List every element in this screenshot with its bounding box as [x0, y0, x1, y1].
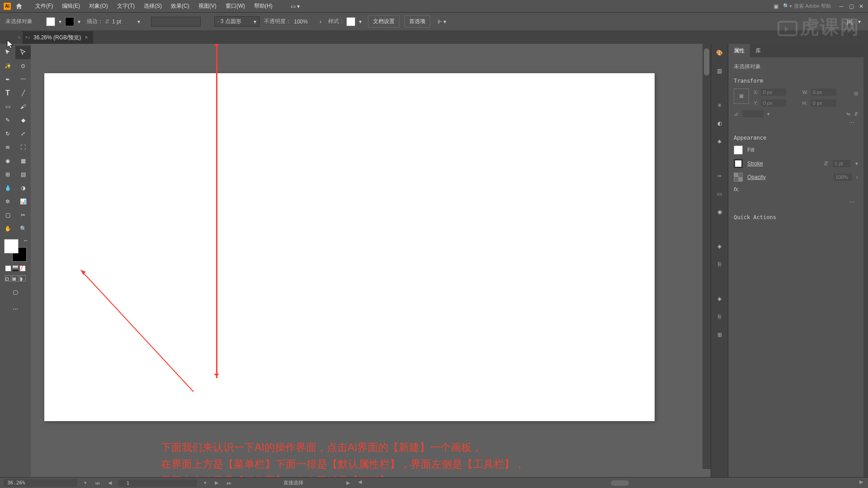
symbol-sprayer-tool[interactable]: ✲: [0, 195, 15, 208]
style-dropdown-icon[interactable]: ▾: [357, 19, 363, 25]
menu-view[interactable]: 视图(V): [194, 0, 221, 12]
appearance-panel-icon[interactable]: ◈: [714, 241, 725, 252]
rotate-tool[interactable]: ↻: [0, 127, 15, 141]
draw-normal-icon[interactable]: ◘: [5, 275, 11, 282]
brush-definition-select[interactable]: · 3 点圆形 ▾: [214, 16, 259, 27]
tab-prev-icon[interactable]: «: [18, 35, 21, 40]
fill-color-swatch[interactable]: [734, 145, 743, 155]
gradient-panel-icon[interactable]: ◐: [714, 118, 725, 129]
color-mode-btn[interactable]: [5, 265, 11, 272]
artboard-tool[interactable]: ▢: [0, 208, 15, 222]
shaper-tool[interactable]: ✎: [0, 113, 15, 127]
layers-panel-icon[interactable]: ◈: [714, 293, 725, 304]
hscroll-left-icon[interactable]: ◀: [357, 479, 363, 485]
color-panel-icon[interactable]: 🎨: [714, 47, 725, 58]
opacity-swatch[interactable]: [734, 173, 743, 182]
opacity-flyout-icon[interactable]: ›: [856, 174, 858, 180]
tab-close-icon[interactable]: ×: [85, 34, 88, 41]
stroke-color-swatch[interactable]: [734, 159, 743, 168]
help-search[interactable]: 🔍▾ 搜索 Adobe 帮助: [783, 3, 831, 9]
fill-stroke-swatches[interactable]: ⤺: [4, 239, 27, 262]
gradient-tool[interactable]: ▤: [15, 168, 31, 181]
prev-artboard-icon[interactable]: ◀: [107, 480, 113, 486]
vertical-scrollbar[interactable]: [703, 44, 711, 469]
w-input[interactable]: [811, 89, 836, 96]
artboards-panel-icon[interactable]: ⎘: [714, 311, 725, 322]
stroke-stepper-icon[interactable]: ⇵: [105, 19, 109, 25]
transform-more-icon[interactable]: ⋯: [734, 117, 858, 127]
control-menu-icon[interactable]: ▾: [856, 19, 863, 25]
zoom-tool[interactable]: 🔍: [15, 222, 31, 235]
next-artboard-icon[interactable]: ▶: [213, 480, 220, 486]
reference-point-selector[interactable]: [734, 89, 749, 104]
canvas-area[interactable]: 下面我们来认识一下AI的操作界面，点击AI界面的【新建】一个画板， 在界面上方是…: [31, 44, 711, 477]
rectangle-tool[interactable]: ▭: [0, 100, 15, 113]
menu-type[interactable]: 文字(T): [113, 0, 139, 12]
magic-wand-tool[interactable]: ✨: [0, 59, 15, 73]
minimize-button[interactable]: ─: [838, 3, 844, 9]
appearance-more-icon[interactable]: ⋯: [734, 197, 858, 207]
arrange-docs-icon[interactable]: ▣: [770, 1, 781, 12]
y-input[interactable]: [761, 99, 786, 107]
align-panel-icon[interactable]: ═: [714, 170, 725, 181]
fill-dropdown-icon[interactable]: ▾: [57, 19, 63, 25]
tab-close-all-icon[interactable]: ×: [25, 35, 28, 40]
eyedropper-tool[interactable]: 💧: [0, 181, 15, 195]
flip-v-icon[interactable]: ⇵: [854, 111, 858, 117]
curvature-tool[interactable]: 〰: [15, 73, 31, 86]
shape-builder-tool[interactable]: ◉: [0, 154, 15, 168]
preferences-button[interactable]: 首选项: [404, 15, 430, 28]
pathfinder-panel-icon[interactable]: ◉: [714, 206, 725, 217]
menu-window[interactable]: 窗口(W): [221, 0, 250, 12]
stroke-swatch[interactable]: [65, 17, 74, 26]
screen-mode-icon[interactable]: 🖵: [8, 286, 23, 300]
stroke-stepper-icon[interactable]: ⇵: [824, 160, 828, 167]
paintbrush-tool[interactable]: 🖌: [15, 100, 31, 113]
menu-select[interactable]: 选择(S): [139, 0, 166, 12]
lasso-tool[interactable]: ⊙: [15, 59, 31, 73]
menu-file[interactable]: 文件(F): [31, 0, 57, 12]
angle-dropdown-icon[interactable]: ▾: [767, 111, 770, 117]
document-tab[interactable]: › 36.26% (RGB/预览) ×: [23, 31, 93, 44]
stroke-weight-dropdown[interactable]: ▾: [136, 19, 142, 25]
variable-width-profile[interactable]: [151, 17, 201, 27]
flip-h-icon[interactable]: ⇋: [846, 111, 850, 117]
home-icon[interactable]: [14, 2, 24, 11]
fill-swatch[interactable]: [46, 17, 55, 26]
close-button[interactable]: ✕: [858, 3, 864, 9]
libraries-panel-icon[interactable]: ⊞: [714, 329, 725, 340]
type-tool[interactable]: T: [0, 86, 15, 100]
layout-icon[interactable]: ▭ ▾: [286, 0, 304, 12]
zoom-level-select[interactable]: [4, 479, 77, 487]
blend-tool[interactable]: ◑: [15, 181, 31, 195]
graph-tool[interactable]: 📊: [15, 195, 31, 208]
artboard-number-input[interactable]: [118, 479, 197, 487]
angle-input[interactable]: [743, 110, 764, 117]
swatches-panel-icon[interactable]: ▥: [714, 66, 725, 76]
maximize-button[interactable]: ▢: [848, 3, 854, 9]
scroll-thumb[interactable]: [704, 48, 709, 75]
width-tool[interactable]: ≋: [0, 141, 15, 154]
document-setup-button[interactable]: 文档设置: [368, 15, 400, 28]
tab-libraries[interactable]: 库: [750, 44, 766, 57]
panel-stroke-input[interactable]: [833, 160, 851, 167]
menu-edit[interactable]: 编辑(E): [57, 0, 85, 12]
transform-panel-icon[interactable]: ▭: [714, 188, 725, 199]
selection-tool[interactable]: [0, 46, 15, 59]
swap-colors-icon[interactable]: ⤺: [24, 238, 28, 243]
constrain-proportions-icon[interactable]: ⧉: [854, 90, 858, 97]
last-artboard-icon[interactable]: ⏭: [225, 480, 233, 486]
asset-export-panel-icon[interactable]: ⎘: [714, 259, 725, 270]
opacity-flyout-icon[interactable]: ›: [317, 19, 324, 25]
zoom-dropdown-icon[interactable]: ▾: [83, 480, 88, 486]
scale-tool[interactable]: ⤢: [15, 127, 31, 141]
direct-selection-tool[interactable]: [15, 46, 31, 59]
style-swatch[interactable]: [346, 17, 355, 26]
h-input[interactable]: [811, 99, 836, 107]
mesh-tool[interactable]: ⊞: [0, 168, 15, 181]
hscroll-right-icon[interactable]: ▶: [858, 479, 864, 485]
chevron-down-icon[interactable]: ▾: [855, 160, 858, 167]
eraser-tool[interactable]: ◆: [15, 113, 31, 127]
perspective-tool[interactable]: ▦: [15, 154, 31, 168]
hand-tool[interactable]: ✋: [0, 222, 15, 235]
